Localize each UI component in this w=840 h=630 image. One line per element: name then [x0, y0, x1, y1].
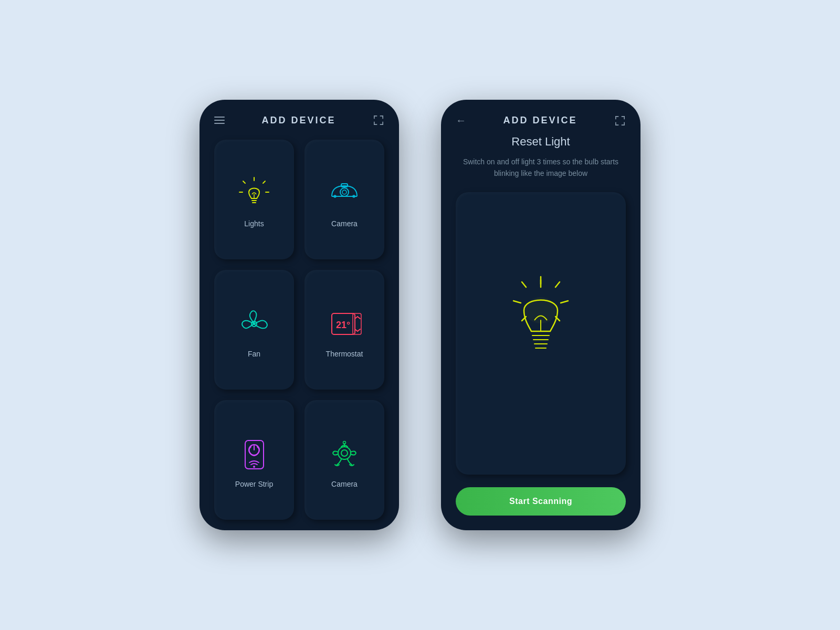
- svg-line-30: [555, 282, 560, 287]
- device-card-fan[interactable]: Fan: [214, 270, 294, 390]
- right-phone: ← ADD DEVICE Reset Light Switch on and o…: [441, 100, 640, 530]
- camera-label: Camera: [331, 219, 358, 228]
- svg-point-12: [342, 190, 346, 194]
- svg-point-22: [253, 466, 255, 468]
- fan-label: Fan: [248, 350, 260, 358]
- svg-line-33: [522, 282, 526, 287]
- camera-icon-wrap: [326, 175, 363, 212]
- reset-desc: Switch on and off light 3 times so the b…: [456, 156, 626, 180]
- right-content: Reset Light Switch on and off light 3 ti…: [441, 135, 640, 530]
- device-card-thermostat[interactable]: 21° Thermostat: [304, 270, 384, 390]
- svg-point-11: [340, 188, 349, 196]
- back-button[interactable]: ←: [456, 114, 466, 127]
- start-scanning-button[interactable]: Start Scanning: [456, 487, 626, 516]
- svg-point-42: [525, 297, 556, 323]
- right-header: ← ADD DEVICE: [441, 100, 640, 135]
- svg-point-24: [341, 450, 348, 456]
- svg-point-23: [338, 447, 351, 459]
- left-phone: ADD DEVICE: [200, 100, 399, 530]
- device-card-camera2[interactable]: Camera: [304, 400, 384, 520]
- bulb-illustration: [488, 270, 593, 396]
- left-header: ADD DEVICE: [200, 100, 399, 134]
- powerstrip-icon-wrap: [236, 436, 272, 472]
- lights-label: Lights: [244, 219, 264, 228]
- left-title: ADD DEVICE: [261, 115, 335, 126]
- svg-line-2: [263, 181, 265, 183]
- thermostat-label: Thermostat: [326, 350, 363, 358]
- menu-icon[interactable]: [214, 117, 225, 124]
- expand-icon[interactable]: [373, 114, 384, 126]
- fan-icon-wrap: [236, 306, 272, 342]
- expand-icon-right[interactable]: [614, 115, 626, 127]
- reset-title: Reset Light: [456, 135, 626, 149]
- right-title: ADD DEVICE: [503, 115, 577, 126]
- powerstrip-label: Power Strip: [235, 480, 273, 488]
- svg-text:21°: 21°: [336, 320, 350, 330]
- camera2-label: Camera: [331, 480, 358, 488]
- thermostat-icon-wrap: 21°: [326, 306, 363, 342]
- svg-line-1: [243, 181, 245, 183]
- device-card-camera[interactable]: Camera: [304, 140, 384, 259]
- device-grid: Lights Camera: [200, 134, 399, 530]
- lights-icon-wrap: [236, 175, 272, 212]
- camera2-icon-wrap: [326, 436, 363, 472]
- svg-point-26: [343, 441, 345, 444]
- svg-line-31: [561, 301, 568, 303]
- svg-point-16: [253, 323, 255, 325]
- bulb-preview-card: [456, 192, 626, 475]
- device-card-powerstrip[interactable]: Power Strip: [214, 400, 294, 520]
- device-card-lights[interactable]: Lights: [214, 140, 294, 259]
- svg-line-34: [513, 301, 521, 303]
